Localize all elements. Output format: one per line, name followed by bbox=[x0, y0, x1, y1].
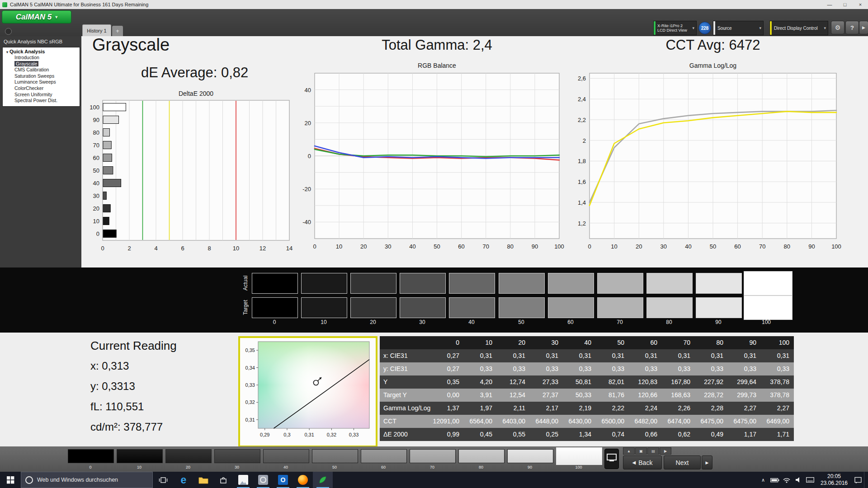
svg-text:60: 60 bbox=[458, 243, 464, 250]
play-mini-button[interactable]: ▶ bbox=[660, 447, 671, 455]
pattern-level-10-button[interactable] bbox=[117, 449, 163, 463]
table-cell: 2,27 bbox=[761, 402, 794, 415]
forward-button[interactable]: ▶ bbox=[859, 21, 868, 34]
svg-text:50: 50 bbox=[710, 243, 716, 250]
taskbar-app-photos[interactable] bbox=[233, 472, 253, 488]
calman-logo-menu[interactable]: CalMAN 5 ▾ bbox=[2, 10, 71, 23]
pattern-level-100-button[interactable] bbox=[556, 447, 602, 465]
back-arrow-icon: ◀ bbox=[632, 460, 636, 465]
rows-mini-button[interactable]: ▤ bbox=[647, 447, 659, 455]
battery-icon[interactable] bbox=[769, 472, 781, 488]
taskbar-search[interactable]: Web und Windows durchsuchen bbox=[21, 472, 153, 488]
back-button[interactable]: ◀Back bbox=[623, 455, 662, 469]
maximize-button[interactable]: □ bbox=[837, 0, 853, 9]
sidebar-item-colorchecker[interactable]: ColorChecker bbox=[3, 85, 80, 92]
table-cell: 0,31 bbox=[464, 349, 497, 362]
cct-average-value: CCT Avg: 6472 bbox=[590, 37, 836, 53]
actual-patch-60 bbox=[548, 273, 594, 294]
task-view-button[interactable] bbox=[153, 472, 174, 488]
pattern-level-label: 20 bbox=[165, 465, 211, 469]
taskbar-app-store[interactable] bbox=[213, 472, 233, 488]
sidebar-item-label: Spectral Power Dist. bbox=[14, 98, 57, 103]
table-row-label: y: CIE31 bbox=[380, 362, 431, 375]
table-cell: 4,20 bbox=[464, 375, 497, 389]
keyboard-icon[interactable] bbox=[804, 472, 816, 488]
source-dropdown[interactable]: Source ▾ bbox=[713, 21, 764, 35]
table-cell: 0,31 bbox=[761, 349, 794, 362]
workflow-tree: ▾Quick Analysis IntroductionGrayscaleCMS… bbox=[2, 47, 80, 107]
patch-level-label: 50 bbox=[499, 319, 544, 325]
add-tab-button[interactable]: + bbox=[112, 26, 123, 36]
close-button[interactable]: × bbox=[853, 0, 868, 9]
taskbar-app-outlook[interactable]: O bbox=[273, 472, 293, 488]
photos-icon bbox=[238, 475, 248, 485]
sidebar-item-introduction[interactable]: Introduction bbox=[3, 55, 80, 61]
monitor-icon bbox=[607, 454, 617, 460]
pattern-level-50-button[interactable] bbox=[312, 449, 358, 463]
pattern-level-30-button[interactable] bbox=[214, 449, 260, 463]
show-desktop-button[interactable] bbox=[864, 472, 868, 488]
taskbar-app-calman[interactable] bbox=[313, 472, 333, 488]
taskbar-app-edge[interactable]: e bbox=[174, 472, 193, 488]
table-cell: 1,37 bbox=[431, 402, 464, 415]
action-center-button[interactable] bbox=[852, 472, 864, 488]
tab-history-1[interactable]: History 1 bbox=[82, 24, 111, 37]
table-cell: 0,33 bbox=[662, 362, 695, 375]
eject-mini-button[interactable]: ▲ bbox=[623, 447, 635, 455]
next-button[interactable]: Next bbox=[664, 455, 701, 469]
sidebar-item-luminance-sweeps[interactable]: Luminance Sweeps bbox=[3, 79, 80, 85]
patch-level-label: 30 bbox=[400, 319, 445, 325]
pattern-level-60-button[interactable] bbox=[361, 449, 407, 463]
patch-level-label: 10 bbox=[301, 319, 346, 325]
outlook-icon: O bbox=[278, 475, 288, 485]
target-patch-100 bbox=[744, 296, 793, 320]
tree-root-quick-analysis[interactable]: ▾Quick Analysis bbox=[3, 47, 80, 55]
pattern-window-button[interactable] bbox=[604, 449, 619, 469]
svg-text:10: 10 bbox=[336, 243, 342, 250]
grid-mini-button[interactable]: ▣ bbox=[635, 447, 647, 455]
taskbar-app-explorer[interactable] bbox=[193, 472, 213, 488]
sidebar-item-grayscale[interactable]: Grayscale bbox=[3, 61, 80, 67]
pattern-level-80-button[interactable] bbox=[458, 449, 505, 463]
hidden-icons-chevron[interactable]: ∧ bbox=[757, 472, 769, 488]
pattern-level-40-button[interactable] bbox=[263, 449, 309, 463]
display-control-dropdown[interactable]: Direct Display Control ▾ bbox=[769, 21, 828, 35]
table-column-header: 30 bbox=[530, 336, 563, 349]
network-wifi-icon[interactable] bbox=[781, 472, 793, 488]
svg-text:-20: -20 bbox=[302, 186, 311, 192]
minimize-button[interactable]: — bbox=[822, 0, 837, 9]
svg-text:30: 30 bbox=[385, 243, 391, 250]
status-dot-button[interactable] bbox=[5, 28, 12, 35]
taskbar-app-camera[interactable] bbox=[253, 472, 273, 488]
sidebar-item-screen-uniformity[interactable]: Screen Uniformity bbox=[3, 92, 80, 98]
pattern-level-70-button[interactable] bbox=[410, 449, 456, 463]
table-cell: 0,33 bbox=[695, 362, 728, 375]
svg-text:0,31: 0,31 bbox=[245, 417, 255, 422]
cie-chart-panel[interactable]: 0,290,30,310,320,330,310,320,330,340,35 bbox=[238, 336, 377, 447]
pattern-level-0-button[interactable] bbox=[68, 449, 114, 463]
firefox-icon bbox=[298, 475, 308, 485]
pattern-level-90-button[interactable] bbox=[507, 449, 553, 463]
sidebar-item-saturation-sweeps[interactable]: Saturation Sweeps bbox=[3, 73, 80, 80]
tree-expander-icon[interactable]: ▾ bbox=[6, 50, 8, 54]
taskbar-app-firefox[interactable] bbox=[293, 472, 313, 488]
settings-gear-button[interactable]: ⚙ bbox=[831, 21, 844, 34]
actual-patch-50 bbox=[499, 273, 545, 294]
table-cell: 0,99 bbox=[431, 428, 464, 441]
sidebar-item-cms-calibration[interactable]: CMS Calibration bbox=[3, 67, 80, 73]
speaker-icon[interactable] bbox=[793, 472, 804, 488]
meter-count-badge[interactable]: 228 bbox=[698, 22, 711, 34]
table-cell: 0,31 bbox=[662, 349, 695, 362]
svg-text:90: 90 bbox=[532, 243, 538, 250]
help-button[interactable]: ? bbox=[845, 21, 859, 34]
table-column-header: 60 bbox=[629, 336, 662, 349]
taskbar-clock[interactable]: 20:05 23.06.2016 bbox=[816, 473, 852, 487]
table-cell: 227,92 bbox=[695, 375, 728, 389]
svg-text:2,4: 2,4 bbox=[578, 96, 586, 103]
meter-dropdown[interactable]: X-Rite i1Pro 2 LCD Direct View ▾ bbox=[653, 21, 697, 35]
start-button[interactable] bbox=[0, 472, 21, 488]
pattern-level-20-button[interactable] bbox=[165, 449, 212, 463]
next-arrow-button[interactable]: ▶ bbox=[702, 455, 712, 469]
table-cell: 0,31 bbox=[695, 349, 728, 362]
sidebar-item-spectral-power-dist-[interactable]: Spectral Power Dist. bbox=[3, 98, 80, 104]
